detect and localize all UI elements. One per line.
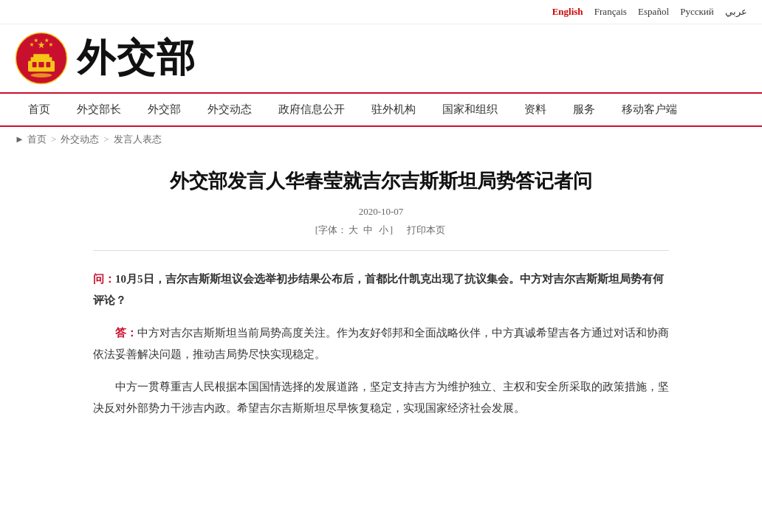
- language-bar: English Français Español Русский عربي: [0, 0, 762, 24]
- font-large-btn[interactable]: 大: [349, 224, 358, 235]
- nav-mobile[interactable]: 移动客户端: [608, 94, 690, 125]
- site-header: 外交部: [0, 24, 762, 94]
- font-medium-btn[interactable]: 中: [363, 224, 373, 235]
- svg-point-12: [31, 73, 52, 77]
- font-small-btn[interactable]: 小: [379, 224, 388, 235]
- svg-rect-4: [32, 62, 37, 67]
- breadcrumb-diplomacy[interactable]: 外交动态: [61, 133, 99, 146]
- svg-rect-5: [38, 62, 44, 67]
- font-controls: [字体：大 中 小] 打印本页: [93, 224, 669, 237]
- font-close: ]: [390, 224, 393, 235]
- answer-paragraph-2: 中方一贯尊重吉人民根据本国国情选择的发展道路，坚定支持吉方为维护独立、主权和安全…: [93, 376, 669, 418]
- nav-overseas[interactable]: 驻外机构: [358, 94, 429, 125]
- lang-english[interactable]: English: [552, 6, 583, 17]
- nav-diplomacy[interactable]: 外交动态: [194, 94, 265, 125]
- nav-services[interactable]: 服务: [560, 94, 608, 125]
- breadcrumb-arrow: ►: [15, 134, 24, 145]
- breadcrumb: ► 首页 > 外交动态 > 发言人表态: [0, 127, 762, 152]
- print-btn[interactable]: 打印本页: [407, 224, 445, 235]
- nav-countries[interactable]: 国家和组织: [429, 94, 511, 125]
- font-label: [字体：: [315, 224, 347, 235]
- nav-ministry[interactable]: 外交部: [134, 94, 194, 125]
- logo-area: 外交部: [15, 32, 196, 85]
- breadcrumb-sep2: >: [103, 134, 109, 145]
- lang-francais[interactable]: Français: [594, 6, 627, 17]
- nav-minister[interactable]: 外交部长: [64, 94, 134, 125]
- answer-text-2: 中方一贯尊重吉人民根据本国国情选择的发展道路，坚定支持吉方为维护独立、主权和安全…: [93, 381, 669, 414]
- main-nav: 首页 外交部长 外交部 外交动态 政府信息公开 驻外机构 国家和组织 资料 服务…: [0, 94, 762, 127]
- article-body: 问：10月5日，吉尔吉斯斯坦议会选举初步结果公布后，首都比什凯克出现了抗议集会。…: [93, 269, 669, 418]
- nav-gov-info[interactable]: 政府信息公开: [265, 94, 358, 125]
- nav-home[interactable]: 首页: [15, 94, 64, 125]
- question-paragraph: 问：10月5日，吉尔吉斯斯坦议会选举初步结果公布后，首都比什凯克出现了抗议集会。…: [93, 269, 669, 311]
- answer-text-1: 中方对吉尔吉斯斯坦当前局势高度关注。作为友好邻邦和全面战略伙伴，中方真诚希望吉各…: [93, 327, 669, 360]
- question-text: 10月5日，吉尔吉斯斯坦议会选举初步结果公布后，首都比什凯克出现了抗议集会。中方…: [93, 273, 664, 306]
- breadcrumb-sep1: >: [51, 134, 56, 145]
- national-emblem: [15, 32, 68, 85]
- lang-arabic[interactable]: عربي: [725, 6, 747, 17]
- question-label: 问：: [93, 273, 115, 285]
- svg-rect-6: [46, 62, 50, 67]
- article-date: 2020-10-07: [93, 206, 669, 218]
- answer-paragraph-1: 答：中方对吉尔吉斯斯坦当前局势高度关注。作为友好邻邦和全面战略伙伴，中方真诚希望…: [93, 322, 669, 365]
- breadcrumb-home[interactable]: 首页: [27, 133, 47, 146]
- breadcrumb-spokesman[interactable]: 发言人表态: [114, 133, 162, 146]
- article-divider: [93, 250, 669, 251]
- answer-label: 答：: [115, 327, 137, 339]
- nav-materials[interactable]: 资料: [511, 94, 560, 125]
- lang-espanol[interactable]: Español: [638, 6, 669, 17]
- svg-rect-3: [33, 54, 49, 58]
- article-title: 外交部发言人华春莹就吉尔吉斯斯坦局势答记者问: [93, 167, 669, 196]
- article-content: 外交部发言人华春莹就吉尔吉斯斯坦局势答记者问 2020-10-07 [字体：大 …: [64, 152, 698, 460]
- lang-russian[interactable]: Русский: [680, 6, 714, 17]
- site-title-text: 外交部: [77, 39, 196, 77]
